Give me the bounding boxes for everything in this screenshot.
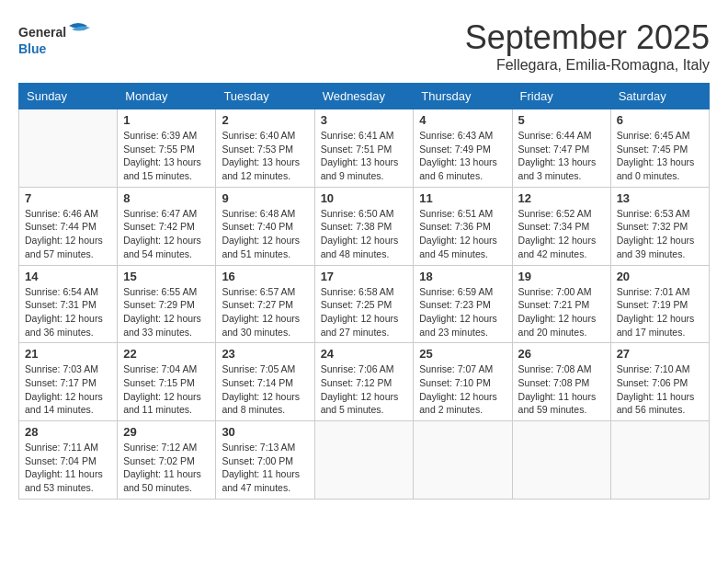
day-number: 3 [321,113,408,127]
weekday-header-thursday: Thursday [414,84,512,109]
day-info: Sunrise: 6:45 AM Sunset: 7:45 PM Dayligh… [617,129,703,183]
day-info: Sunrise: 6:41 AM Sunset: 7:51 PM Dayligh… [321,129,408,183]
calendar-cell: 23Sunrise: 7:05 AM Sunset: 7:14 PM Dayli… [216,343,314,421]
day-number: 8 [123,191,210,205]
day-number: 16 [222,270,308,283]
day-number: 6 [617,113,703,127]
calendar-cell [414,421,512,500]
logo: General Blue [18,18,101,60]
day-number: 7 [25,191,111,205]
weekday-header-tuesday: Tuesday [216,84,314,109]
day-info: Sunrise: 7:06 AM Sunset: 7:12 PM Dayligh… [321,362,408,417]
calendar-cell: 26Sunrise: 7:08 AM Sunset: 7:08 PM Dayli… [512,343,610,421]
day-info: Sunrise: 6:44 AM Sunset: 7:47 PM Dayligh… [518,129,605,183]
calendar-cell: 24Sunrise: 7:06 AM Sunset: 7:12 PM Dayli… [314,343,414,421]
day-number: 2 [222,113,308,127]
calendar-cell: 11Sunrise: 6:51 AM Sunset: 7:36 PM Dayli… [414,187,512,265]
day-number: 24 [321,347,408,361]
weekday-header-monday: Monday [118,84,216,109]
day-info: Sunrise: 7:05 AM Sunset: 7:14 PM Dayligh… [222,362,308,417]
day-info: Sunrise: 7:10 AM Sunset: 7:06 PM Dayligh… [617,362,703,417]
calendar-cell: 27Sunrise: 7:10 AM Sunset: 7:06 PM Dayli… [610,343,709,421]
day-number: 19 [518,270,605,283]
day-info: Sunrise: 7:00 AM Sunset: 7:21 PM Dayligh… [518,285,605,339]
calendar-cell: 6Sunrise: 6:45 AM Sunset: 7:45 PM Daylig… [610,109,709,188]
calendar-cell [19,109,118,188]
day-number: 18 [419,270,506,283]
day-number: 10 [321,191,408,205]
calendar-cell: 13Sunrise: 6:53 AM Sunset: 7:32 PM Dayli… [610,187,709,265]
day-info: Sunrise: 7:07 AM Sunset: 7:10 PM Dayligh… [419,362,506,417]
calendar-cell: 10Sunrise: 6:50 AM Sunset: 7:38 PM Dayli… [314,187,414,265]
day-number: 1 [123,113,210,127]
month-title: September 2025 [465,18,710,57]
location: Fellegara, Emilia-Romagna, Italy [465,57,710,74]
day-info: Sunrise: 6:54 AM Sunset: 7:31 PM Dayligh… [25,285,111,339]
calendar-cell: 30Sunrise: 7:13 AM Sunset: 7:00 PM Dayli… [216,421,314,500]
calendar-cell: 17Sunrise: 6:58 AM Sunset: 7:25 PM Dayli… [314,265,414,343]
calendar-cell: 1Sunrise: 6:39 AM Sunset: 7:55 PM Daylig… [118,109,216,188]
day-number: 4 [419,113,506,127]
calendar-cell: 3Sunrise: 6:41 AM Sunset: 7:51 PM Daylig… [314,109,414,188]
calendar-cell: 5Sunrise: 6:44 AM Sunset: 7:47 PM Daylig… [512,109,610,188]
calendar-table: SundayMondayTuesdayWednesdayThursdayFrid… [18,83,710,500]
svg-text:General: General [18,25,66,40]
calendar-cell: 15Sunrise: 6:55 AM Sunset: 7:29 PM Dayli… [118,265,216,343]
day-number: 11 [419,191,506,205]
day-number: 13 [617,191,703,205]
calendar-cell: 16Sunrise: 6:57 AM Sunset: 7:27 PM Dayli… [216,265,314,343]
calendar-cell: 25Sunrise: 7:07 AM Sunset: 7:10 PM Dayli… [414,343,512,421]
day-number: 21 [25,347,111,361]
day-info: Sunrise: 7:03 AM Sunset: 7:17 PM Dayligh… [25,362,111,417]
week-row-4: 28Sunrise: 7:11 AM Sunset: 7:04 PM Dayli… [19,421,710,500]
day-info: Sunrise: 7:04 AM Sunset: 7:15 PM Dayligh… [123,362,210,417]
calendar-cell: 19Sunrise: 7:00 AM Sunset: 7:21 PM Dayli… [512,265,610,343]
day-number: 23 [222,347,308,361]
day-info: Sunrise: 7:08 AM Sunset: 7:08 PM Dayligh… [518,362,605,417]
calendar-cell: 9Sunrise: 6:48 AM Sunset: 7:40 PM Daylig… [216,187,314,265]
logo-svg: General Blue [18,18,101,60]
svg-text:Blue: Blue [18,41,47,56]
day-info: Sunrise: 6:39 AM Sunset: 7:55 PM Dayligh… [123,129,210,183]
day-info: Sunrise: 6:53 AM Sunset: 7:32 PM Dayligh… [617,207,703,261]
calendar-cell: 22Sunrise: 7:04 AM Sunset: 7:15 PM Dayli… [118,343,216,421]
day-info: Sunrise: 7:11 AM Sunset: 7:04 PM Dayligh… [25,441,111,495]
day-info: Sunrise: 6:58 AM Sunset: 7:25 PM Dayligh… [321,285,408,339]
weekday-header-friday: Friday [512,84,610,109]
weekday-header-row: SundayMondayTuesdayWednesdayThursdayFrid… [19,84,710,109]
day-info: Sunrise: 6:51 AM Sunset: 7:36 PM Dayligh… [419,207,506,261]
day-number: 12 [518,191,605,205]
day-info: Sunrise: 6:40 AM Sunset: 7:53 PM Dayligh… [222,129,308,183]
day-info: Sunrise: 6:57 AM Sunset: 7:27 PM Dayligh… [222,285,308,339]
day-info: Sunrise: 7:01 AM Sunset: 7:19 PM Dayligh… [617,285,703,339]
day-number: 14 [25,270,111,283]
calendar-cell: 2Sunrise: 6:40 AM Sunset: 7:53 PM Daylig… [216,109,314,188]
day-number: 22 [123,347,210,361]
calendar-cell: 20Sunrise: 7:01 AM Sunset: 7:19 PM Dayli… [610,265,709,343]
day-number: 28 [25,425,111,439]
weekday-header-sunday: Sunday [19,84,118,109]
day-number: 29 [123,425,210,439]
day-number: 17 [321,270,408,283]
day-info: Sunrise: 7:12 AM Sunset: 7:02 PM Dayligh… [123,441,210,495]
day-number: 25 [419,347,506,361]
week-row-1: 7Sunrise: 6:46 AM Sunset: 7:44 PM Daylig… [19,187,710,265]
day-number: 20 [617,270,703,283]
calendar-cell: 7Sunrise: 6:46 AM Sunset: 7:44 PM Daylig… [19,187,118,265]
day-info: Sunrise: 6:55 AM Sunset: 7:29 PM Dayligh… [123,285,210,339]
day-info: Sunrise: 6:43 AM Sunset: 7:49 PM Dayligh… [419,129,506,183]
calendar-cell [610,421,709,500]
day-number: 26 [518,347,605,361]
calendar-cell [512,421,610,500]
calendar-cell: 28Sunrise: 7:11 AM Sunset: 7:04 PM Dayli… [19,421,118,500]
calendar-cell [314,421,414,500]
week-row-0: 1Sunrise: 6:39 AM Sunset: 7:55 PM Daylig… [19,109,710,188]
day-info: Sunrise: 6:59 AM Sunset: 7:23 PM Dayligh… [419,285,506,339]
day-info: Sunrise: 7:13 AM Sunset: 7:00 PM Dayligh… [222,441,308,495]
day-number: 15 [123,270,210,283]
calendar-cell: 12Sunrise: 6:52 AM Sunset: 7:34 PM Dayli… [512,187,610,265]
day-info: Sunrise: 6:48 AM Sunset: 7:40 PM Dayligh… [222,207,308,261]
day-number: 9 [222,191,308,205]
week-row-2: 14Sunrise: 6:54 AM Sunset: 7:31 PM Dayli… [19,265,710,343]
calendar-cell: 4Sunrise: 6:43 AM Sunset: 7:49 PM Daylig… [414,109,512,188]
